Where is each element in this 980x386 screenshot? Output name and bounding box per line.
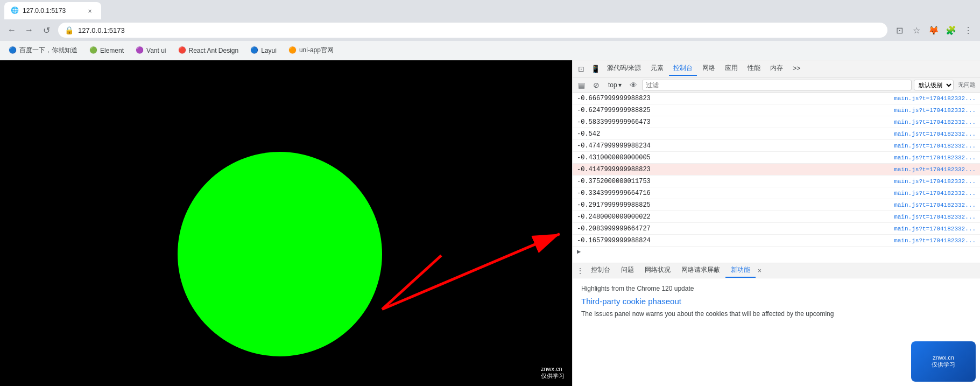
console-source[interactable]: main.js?t=1704182332... <box>894 131 976 137</box>
console-row: -0.5833999999966473 main.js?t=1704182332… <box>573 116 980 128</box>
bookmarks-bar: 🔵 百度一下，你就知道 🟢 Element 🟣 Vant ui 🔴 React … <box>0 41 980 60</box>
console-row: -0.1657999999988824 main.js?t=1704182332… <box>573 235 980 247</box>
bottom-tabs-bar: ⋮ 控制台 问题 网络状况 网络请求屏蔽 新功能 × <box>573 263 980 278</box>
extensions-icon[interactable]: 🧩 <box>943 23 958 38</box>
tab-performance[interactable]: 性能 <box>743 61 765 76</box>
bookmark-element[interactable]: 🟢 Element <box>85 44 128 57</box>
console-value: -0.3343999999664716 <box>577 190 894 197</box>
console-row: -0.2083999999664727 main.js?t=1704182332… <box>573 223 980 235</box>
tab-network[interactable]: 网络 <box>698 61 720 76</box>
console-output[interactable]: -0.6667999999988823 main.js?t=1704182332… <box>573 93 980 263</box>
console-value: -0.2083999999664727 <box>577 225 894 233</box>
tab-console[interactable]: 控制台 <box>669 61 697 76</box>
tab-memory[interactable]: 内存 <box>766 61 787 76</box>
devtools-bottom-panel: ⋮ 控制台 问题 网络状况 网络请求屏蔽 新功能 × Highlights fr… <box>573 263 980 386</box>
url-display: 127.0.0.1:5173 <box>78 26 125 34</box>
console-row: -0.6247999999988825 main.js?t=1704182332… <box>573 104 980 116</box>
console-source[interactable]: main.js?t=1704182332... <box>894 237 976 244</box>
bottom-tab-console[interactable]: 控制台 <box>586 263 616 278</box>
vant-favicon: 🟣 <box>136 46 144 55</box>
console-value: -0.6247999999988825 <box>577 107 894 114</box>
bookmark-layui[interactable]: 🔵 Layui <box>246 44 281 57</box>
console-row: -0.4310000000000005 main.js?t=1704182332… <box>573 152 980 164</box>
console-row: -0.4747999999988234 main.js?t=1704182332… <box>573 140 980 152</box>
bottom-panel-menu[interactable]: ⋮ <box>575 265 586 276</box>
bookmark-react-ant-label: React Ant Design <box>189 47 239 54</box>
tab-favicon: 🌐 <box>11 6 19 15</box>
tab-close-button[interactable]: × <box>85 6 95 16</box>
devtools-responsive-icon[interactable]: 📱 <box>589 62 602 75</box>
bookmark-uni-app[interactable]: 🟠 uni-app官网 <box>284 44 338 57</box>
new-features-close-button[interactable]: × <box>758 267 762 275</box>
bookmark-baidu[interactable]: 🔵 百度一下，你就知道 <box>4 44 82 57</box>
console-source[interactable]: main.js?t=1704182332... <box>894 226 976 232</box>
context-selector[interactable]: top ▾ <box>605 80 625 90</box>
console-row: -0.6667999999988823 main.js?t=1704182332… <box>573 93 980 104</box>
console-value: -0.4747999999988234 <box>577 142 894 150</box>
console-source[interactable]: main.js?t=1704182332... <box>894 166 976 173</box>
bookmark-element-label: Element <box>100 47 124 54</box>
back-button[interactable]: ← <box>4 23 19 38</box>
console-expand[interactable]: ▶ <box>573 247 980 256</box>
new-features-body: The Issues panel now warns you about the… <box>581 309 971 319</box>
bookmark-icon[interactable]: ☆ <box>909 23 924 38</box>
top-label: top <box>608 81 617 89</box>
nav-buttons: ← → ↺ <box>4 23 54 38</box>
console-source[interactable]: main.js?t=1704182332... <box>894 178 976 185</box>
bottom-tab-issues[interactable]: 问题 <box>616 263 639 278</box>
console-value: -0.6667999999988823 <box>577 95 894 102</box>
bottom-tab-new-features[interactable]: 新功能 <box>725 263 756 278</box>
svg-line-1 <box>382 234 560 310</box>
console-source[interactable]: main.js?t=1704182332... <box>894 119 976 125</box>
image-label: znwx.cn仅供学习 <box>929 352 957 371</box>
devtools-secondary-toolbar: ▤ ⊘ top ▾ 👁 默认级别 无问题 <box>573 78 980 93</box>
watermark-subtext: 仅供学习 <box>541 373 565 379</box>
new-features-heading: Third-party cookie phaseout <box>581 297 971 306</box>
tab-source[interactable]: 源代码/来源 <box>603 61 645 76</box>
bookmark-react-ant[interactable]: 🔴 React Ant Design <box>174 44 243 57</box>
tab-application[interactable]: 应用 <box>721 61 742 76</box>
tab-bar: 🌐 127.0.0.1:5173 × <box>0 0 980 19</box>
block-icon[interactable]: ⊘ <box>590 79 603 92</box>
new-features-image: znwx.cn仅供学习 <box>911 341 976 382</box>
log-level-selector[interactable]: 默认级别 <box>914 80 954 90</box>
bookmark-uni-app-label: uni-app官网 <box>299 46 334 55</box>
bookmark-baidu-label: 百度一下，你就知道 <box>19 46 77 55</box>
lock-icon: 🔒 <box>65 26 74 34</box>
devtools-main-tabs: ⊡ 📱 源代码/来源 元素 控制台 网络 应用 性能 内存 >> <box>573 60 980 78</box>
address-bar[interactable]: 🔒 127.0.0.1:5173 <box>58 23 887 38</box>
translate-icon[interactable]: ⊡ <box>892 23 907 38</box>
bookmark-vant[interactable]: 🟣 Vant ui <box>131 44 170 57</box>
console-source[interactable]: main.js?t=1704182332... <box>894 95 976 102</box>
bottom-tab-network-request-blocking[interactable]: 网络请求屏蔽 <box>676 263 725 278</box>
reload-button[interactable]: ↺ <box>39 23 54 38</box>
console-source[interactable]: main.js?t=1704182332... <box>894 202 976 208</box>
baidu-favicon: 🔵 <box>9 46 17 55</box>
console-source[interactable]: main.js?t=1704182332... <box>894 214 976 220</box>
devtools-panel: ⊡ 📱 源代码/来源 元素 控制台 网络 应用 性能 内存 >> ▤ ⊘ top… <box>572 60 980 386</box>
forward-button[interactable]: → <box>22 23 37 38</box>
settings-icon[interactable]: ⋮ <box>961 23 976 38</box>
bookmark-vant-label: Vant ui <box>146 47 166 54</box>
console-source[interactable]: main.js?t=1704182332... <box>894 190 976 196</box>
console-source[interactable]: main.js?t=1704182332... <box>894 155 976 161</box>
console-row: -0.3343999999664716 main.js?t=1704182332… <box>573 187 980 199</box>
profile-icon[interactable]: 🦊 <box>926 23 941 38</box>
webpage-area: znwx.cn 仅供学习 <box>0 60 572 386</box>
filter-input[interactable] <box>642 80 912 90</box>
eye-icon[interactable]: 👁 <box>627 79 640 92</box>
devtools-dock-icon[interactable]: ⊡ <box>575 62 588 75</box>
tab-elements[interactable]: 元素 <box>646 61 668 76</box>
content-area: znwx.cn 仅供学习 ⊡ 📱 源代码/来源 元素 控制台 网络 应用 性能 … <box>0 60 980 386</box>
tab-more[interactable]: >> <box>788 62 805 75</box>
console-row-highlighted: -0.4147999999988823 main.js?t=1704182332… <box>573 164 980 176</box>
active-tab[interactable]: 🌐 127.0.0.1:5173 × <box>4 2 101 19</box>
console-value: -0.4310000000000005 <box>577 154 894 162</box>
console-source[interactable]: main.js?t=1704182332... <box>894 107 976 114</box>
sidebar-icon[interactable]: ▤ <box>575 79 588 92</box>
bookmark-layui-label: Layui <box>261 47 277 54</box>
bottom-tab-network-conditions[interactable]: 网络状况 <box>639 263 676 278</box>
console-row: -0.3752000000011753 main.js?t=1704182332… <box>573 176 980 187</box>
layui-favicon: 🔵 <box>250 46 259 55</box>
console-source[interactable]: main.js?t=1704182332... <box>894 143 976 149</box>
